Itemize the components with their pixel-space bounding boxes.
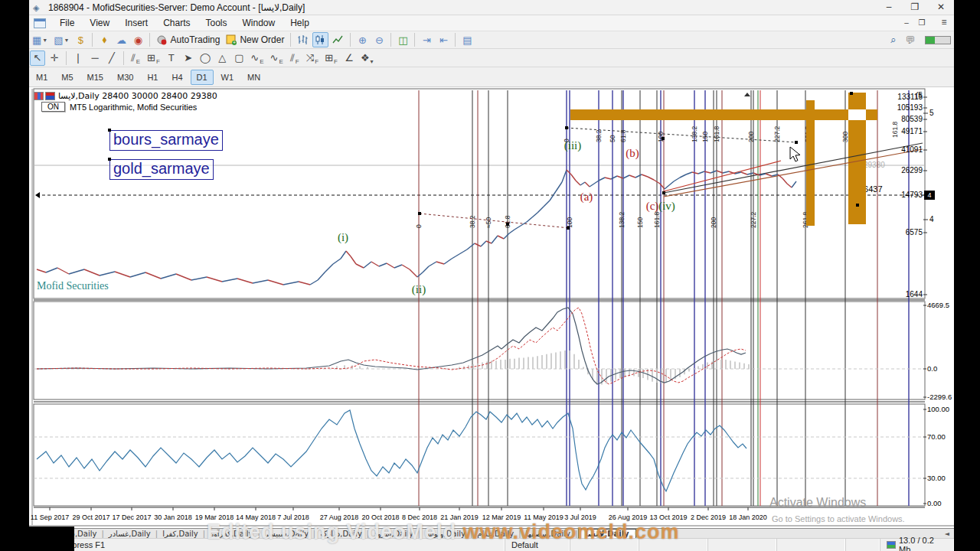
menu-insert[interactable]: Insert — [117, 16, 155, 30]
bar-chart-button[interactable] — [295, 32, 311, 47]
timeframe-h4[interactable]: H4 — [165, 70, 188, 85]
tile-windows-icon: ◫ — [398, 34, 407, 46]
candlestick-chart-button[interactable] — [312, 32, 328, 47]
minimize-button[interactable]: – — [876, 0, 902, 15]
profiles-button[interactable]: ▧▼ — [51, 32, 71, 47]
object-handle[interactable] — [795, 141, 798, 144]
chart-menu-icon[interactable] — [34, 18, 46, 28]
timeframe-m1[interactable]: M1 — [30, 70, 54, 85]
text-tool-button[interactable]: T — [164, 51, 179, 66]
object-handle[interactable] — [418, 212, 421, 215]
main-chart-panel[interactable] — [34, 89, 925, 298]
rectangle-tool-button[interactable]: ▢ — [231, 51, 247, 66]
child-restore-button[interactable]: ❐ — [914, 17, 929, 29]
fib-label-bottom: 161.8 — [653, 211, 661, 228]
elliott-wave-label[interactable]: (iii) — [564, 139, 582, 152]
candlestick-chart-icon — [315, 34, 326, 45]
menu-view[interactable]: View — [82, 16, 117, 30]
line-chart-button[interactable] — [330, 32, 346, 47]
text-object-gold-sarmaye[interactable]: gold_sarmaye — [109, 159, 214, 180]
object-handle[interactable] — [565, 126, 568, 129]
zoom-in-button[interactable]: ⊕ — [354, 32, 370, 47]
fibo-expansion-button[interactable]: ⤨F — [304, 51, 321, 66]
videomeld-watermark: Edited using VideoMeld www.videomeld.com — [207, 520, 680, 544]
new-order-button[interactable]: + New Order — [224, 32, 286, 47]
fibo-fan-button[interactable]: ⫽F — [287, 51, 302, 66]
one-click-button[interactable]: ON — [41, 102, 65, 112]
vertical-line-button[interactable]: ❘ — [70, 51, 86, 66]
horizontal-line-button[interactable]: ─ — [87, 51, 103, 66]
navigator-button[interactable]: ☁ — [113, 32, 129, 47]
timeframe-mn[interactable]: MN — [241, 70, 266, 85]
timeframe-w1[interactable]: W1 — [215, 70, 240, 85]
window-title: 1868904 - MofidSecurities-Server: Demo A… — [48, 2, 305, 13]
triangle-tool-button[interactable]: △ — [214, 51, 230, 66]
chart-header: لایسا,Daily 28400 30000 28400 29380 — [34, 91, 217, 101]
more-shapes-button[interactable]: ❖▾ — [358, 51, 376, 66]
chart-area[interactable]: 2938016437038.2≈5061.8010038.25061.8138.… — [29, 87, 954, 528]
chart-tab[interactable]: غسادر,Daily — [105, 530, 155, 538]
toolbar-menu-icon[interactable]: ≡ — [937, 17, 951, 29]
close-button[interactable]: ✕ — [928, 0, 954, 15]
angle-tool-icon: ∠ — [345, 52, 354, 64]
chat-icon[interactable]: 💬︎ — [903, 32, 918, 47]
chart-canvas[interactable]: 2938016437038.2≈5061.8010038.25061.8138.… — [29, 87, 954, 528]
fibo-timezones-icon: ⊞ — [325, 52, 333, 64]
trendline-button[interactable]: ╱ — [104, 51, 119, 66]
market-watch-button[interactable]: ⬧ — [96, 32, 112, 47]
menu-help[interactable]: Help — [283, 16, 317, 30]
menu-file[interactable]: File — [52, 16, 82, 30]
zoom-out-button[interactable]: ⊖ — [371, 32, 387, 47]
cursor-button[interactable]: ↖ — [30, 51, 45, 66]
fibo-grid-button[interactable]: ⊞F — [145, 51, 162, 66]
elliott-wave-label[interactable]: (i) — [338, 231, 348, 244]
object-handle[interactable] — [856, 204, 859, 207]
tile-windows-button[interactable]: ◫ — [395, 32, 410, 47]
elliott-wave-label[interactable]: (iv) — [658, 200, 675, 213]
fibo-timezones-button[interactable]: ⊞F — [322, 51, 340, 66]
timeframe-h1[interactable]: H1 — [141, 70, 164, 85]
chart-tab[interactable]: کفرا,Daily — [158, 530, 202, 538]
timeframe-d1[interactable]: D1 — [191, 70, 214, 85]
signals-button[interactable]: ◉ — [130, 32, 145, 47]
menu-tools[interactable]: Tools — [198, 16, 235, 30]
right-black-strip — [954, 0, 980, 551]
menu-window[interactable]: Window — [235, 16, 283, 30]
dropdown-arrow-icon[interactable]: ▼ — [64, 37, 70, 43]
shift-end-button[interactable]: ⇥ — [419, 32, 434, 47]
orange-horizontal-band[interactable] — [570, 109, 877, 120]
angle-tool-button[interactable]: ∠ — [341, 51, 357, 66]
elliott-impulse-button[interactable]: ∿E — [248, 51, 266, 66]
child-minimize-button[interactable]: – — [899, 17, 914, 29]
object-handle[interactable] — [567, 227, 570, 230]
rsi-panel[interactable] — [34, 404, 925, 506]
elliott-wave-label[interactable]: (a) — [580, 191, 593, 204]
ellipse-tool-button[interactable]: ◯ — [198, 51, 214, 66]
timeframe-m30[interactable]: M30 — [111, 70, 139, 85]
autotrading-button[interactable]: AutoTrading — [154, 32, 222, 47]
timeframe-m5[interactable]: M5 — [55, 70, 79, 85]
object-handle[interactable] — [506, 223, 509, 226]
new-chart-button[interactable]: ▦▼ — [30, 32, 50, 47]
object-handle[interactable] — [662, 137, 665, 140]
elliott-wave-label[interactable]: (b) — [626, 147, 639, 160]
indicator-window-button[interactable]: ▤ — [459, 32, 475, 47]
timeframe-m15[interactable]: M15 — [81, 70, 109, 85]
elliott-correction-button[interactable]: ∿E — [268, 51, 286, 66]
search-icon[interactable]: ⌕ — [886, 32, 901, 47]
menu-charts[interactable]: Charts — [155, 16, 198, 30]
orange-vertical-bar[interactable] — [806, 100, 815, 226]
text-object-bours-sarmaye[interactable]: bours_sarmaye — [109, 130, 223, 151]
auto-scroll-button[interactable]: ⇤ — [436, 32, 451, 47]
arrow-tool-button[interactable]: ➤ — [181, 51, 196, 66]
macd-panel[interactable] — [34, 302, 925, 399]
object-handle[interactable] — [850, 92, 853, 95]
elliott-wave-label[interactable]: (ii) — [412, 283, 426, 296]
crosshair-button[interactable]: ✛ — [47, 51, 62, 66]
history-center-button[interactable]: $ — [73, 32, 88, 47]
title-bar[interactable]: ◈ 1868904 - MofidSecurities-Server: Demo… — [29, 0, 954, 15]
equidistant-channel-button[interactable]: ⫽E — [128, 51, 143, 66]
restore-button[interactable]: ❐ — [902, 0, 928, 15]
dropdown-arrow-icon[interactable]: ▼ — [42, 37, 47, 43]
elliott-wave-label[interactable]: (c) — [646, 200, 659, 213]
